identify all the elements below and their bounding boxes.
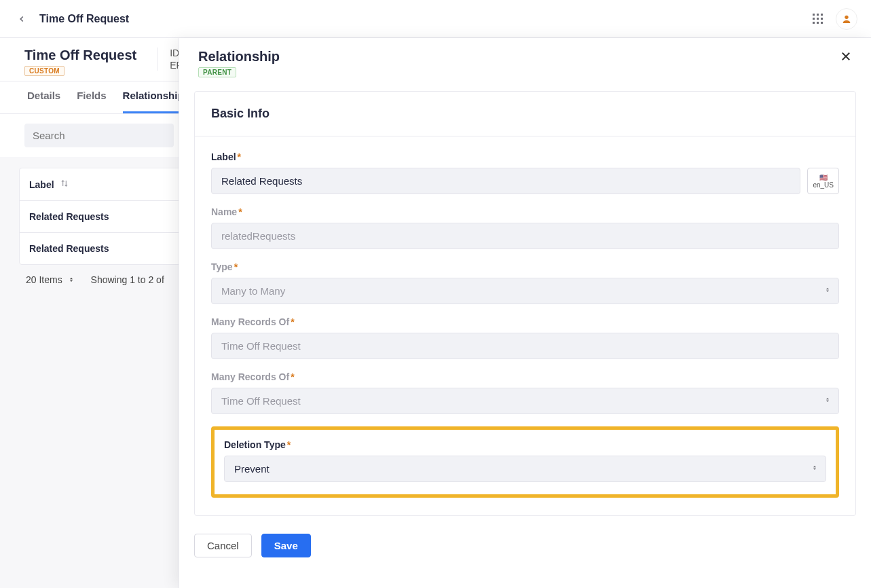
search-input[interactable]: [24, 124, 174, 147]
svg-rect-1: [817, 14, 819, 16]
section-title: Basic Info: [195, 92, 855, 136]
topbar: Time Off Request: [0, 0, 871, 38]
column-label: Label: [29, 179, 54, 190]
svg-rect-5: [821, 18, 823, 20]
name-input: [211, 223, 839, 249]
flag-icon: 🇺🇸: [819, 174, 828, 181]
panel-title: Relationship: [198, 49, 280, 65]
many1-input: [211, 333, 839, 359]
svg-rect-3: [813, 18, 815, 20]
type-field-label: Type*: [211, 261, 839, 272]
svg-rect-4: [817, 18, 819, 20]
svg-rect-2: [821, 14, 823, 16]
tab-details[interactable]: Details: [27, 90, 60, 113]
parent-badge: PARENT: [198, 67, 236, 77]
custom-badge: CUSTOM: [24, 66, 64, 76]
svg-rect-8: [821, 22, 823, 24]
deletion-type-highlight: Deletion Type* Prevent: [211, 426, 839, 498]
relationship-panel: Relationship PARENT Basic Info Label* 🇺🇸…: [179, 38, 871, 588]
tab-fields[interactable]: Fields: [77, 90, 106, 113]
many2-select: Time Off Request: [211, 388, 839, 414]
save-button[interactable]: Save: [261, 534, 311, 557]
locale-selector[interactable]: 🇺🇸 en_US: [807, 168, 839, 194]
deletion-field-label: Deletion Type*: [224, 439, 826, 450]
svg-rect-7: [817, 22, 819, 24]
label-input[interactable]: [211, 168, 800, 194]
deletion-type-select[interactable]: Prevent: [224, 456, 826, 482]
user-avatar[interactable]: [836, 8, 857, 30]
page-title: Time Off Request: [24, 48, 136, 63]
close-icon[interactable]: [840, 49, 852, 67]
cancel-button[interactable]: Cancel: [194, 534, 252, 557]
svg-rect-6: [813, 22, 815, 24]
svg-rect-0: [813, 14, 815, 16]
showing-text: Showing 1 to 2 of: [91, 274, 164, 285]
back-button[interactable]: [14, 11, 30, 27]
svg-point-9: [845, 15, 848, 18]
many1-field-label: Many Records Of*: [211, 316, 839, 327]
topbar-title: Time Off Request: [39, 13, 129, 25]
name-field-label: Name*: [211, 206, 839, 217]
many2-field-label: Many Records Of*: [211, 371, 839, 382]
apps-grid-icon[interactable]: [810, 11, 826, 27]
sort-icon[interactable]: [60, 179, 69, 190]
items-per-page[interactable]: 20 Items: [26, 274, 75, 285]
label-field-label: Label*: [211, 151, 839, 162]
type-select: Many to Many: [211, 278, 839, 304]
